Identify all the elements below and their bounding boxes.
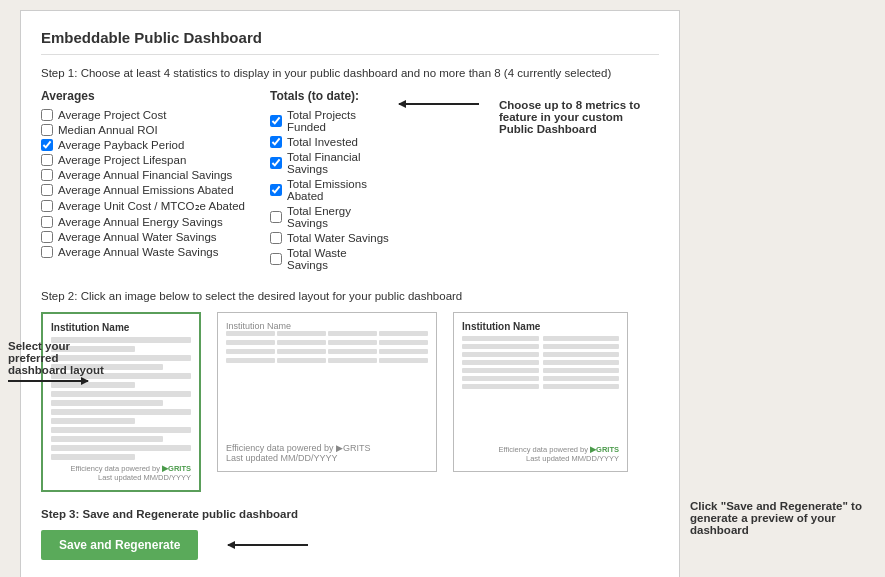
average-checkbox-7[interactable] [41,216,53,228]
step2-left-note: Select your preferred dashboard layout [8,340,108,382]
totals-arrow-icon [399,103,479,105]
total-checkbox-2[interactable] [270,157,282,169]
total-item: Total Emissions Abated [270,178,389,202]
layout3-grid-row6 [462,376,619,381]
layout-options-row: Institution Name [41,312,659,492]
total-label-1: Total Invested [287,136,358,148]
total-item: Total Projects Funded [270,109,389,133]
total-item: Total Energy Savings [270,205,389,229]
totals-arrow-group [399,103,479,105]
step3-section: Step 3: Save and Regenerate public dashb… [41,508,659,560]
step3-row: Save and Regenerate [41,530,659,560]
average-checkbox-9[interactable] [41,246,53,258]
total-label-2: Total Financial Savings [287,151,389,175]
step2-label: Step 2: Click an image below to select t… [41,290,659,302]
average-label-6: Average Unit Cost / MTCO₂e Abated [58,199,245,213]
layout-option-2[interactable]: Institution Name [217,312,437,472]
total-label-3: Total Emissions Abated [287,178,389,202]
total-item: Total Waste Savings [270,247,389,271]
total-checkbox-3[interactable] [270,184,282,196]
layout3-inst-name: Institution Name [462,321,619,332]
totals-list: Total Projects FundedTotal InvestedTotal… [270,109,389,271]
line [51,409,191,415]
total-item: Total Invested [270,136,389,148]
totals-heading: Totals (to date): [270,89,389,103]
layout-option-3[interactable]: Institution Name [453,312,628,472]
grits-brand2: ▶GRITS [336,443,371,453]
step3-right-note: Click "Save and Regenerate" to generate … [690,10,865,530]
total-item: Total Water Savings [270,232,389,244]
total-checkbox-0[interactable] [270,115,282,127]
line [51,391,191,397]
total-label-0: Total Projects Funded [287,109,389,133]
average-item: Average Annual Emissions Abated [41,184,250,196]
average-label-0: Average Project Cost [58,109,166,121]
right-notes-panel: Click "Save and Regenerate" to generate … [680,10,865,530]
total-checkbox-4[interactable] [270,211,282,223]
average-label-7: Average Annual Energy Savings [58,216,223,228]
average-item: Average Annual Waste Savings [41,246,250,258]
grits-brand: ▶GRITS [162,464,191,473]
average-checkbox-1[interactable] [41,124,53,136]
line [51,445,191,451]
layout3-grid-row1 [462,336,619,341]
averages-list: Average Project CostMedian Annual ROIAve… [41,109,250,258]
average-item: Average Payback Period [41,139,250,151]
grits-brand3: ▶GRITS [590,445,619,454]
save-regenerate-button[interactable]: Save and Regenerate [41,530,198,560]
layout3-grid-row2 [462,344,619,349]
average-label-4: Average Annual Financial Savings [58,169,232,181]
total-label-5: Total Water Savings [287,232,389,244]
layout-option-1[interactable]: Institution Name [41,312,201,492]
layout2-grid-row1 [226,331,428,336]
layout3-grid-row5 [462,368,619,373]
line [51,454,135,460]
layout1-footer: Efficiency data powered by ▶GRITSLast up… [51,464,191,482]
totals-column: Totals (to date): Total Projects FundedT… [270,89,479,274]
line [51,382,135,388]
line [51,418,135,424]
layout2-grid-row4 [226,358,428,363]
average-checkbox-5[interactable] [41,184,53,196]
line [51,436,163,442]
layout2-footer: Efficiency data powered by ▶GRITSLast up… [226,443,428,463]
averages-column: Averages Average Project CostMedian Annu… [41,89,250,274]
total-item: Total Financial Savings [270,151,389,175]
total-label-4: Total Energy Savings [287,205,389,229]
total-checkbox-5[interactable] [270,232,282,244]
average-item: Average Annual Energy Savings [41,216,250,228]
line [51,427,191,433]
layout3-grid-row3 [462,352,619,357]
layout3-grid-row7 [462,384,619,389]
layout3-footer: Efficiency data powered by ▶GRITSLast up… [462,445,619,463]
average-label-2: Average Payback Period [58,139,184,151]
average-label-1: Median Annual ROI [58,124,158,136]
embeddable-dashboard-card: Embeddable Public Dashboard Step 1: Choo… [20,10,680,577]
step2-arrow-icon [8,380,88,382]
average-label-9: Average Annual Waste Savings [58,246,218,258]
total-checkbox-6[interactable] [270,253,282,265]
average-item: Average Unit Cost / MTCO₂e Abated [41,199,250,213]
average-checkbox-6[interactable] [41,200,53,212]
total-checkbox-1[interactable] [270,136,282,148]
average-checkbox-2[interactable] [41,139,53,151]
step1-right-note: Choose up to 8 metrics to feature in you… [499,89,659,274]
step3-label: Step 3: Save and Regenerate public dashb… [41,508,659,520]
average-checkbox-4[interactable] [41,169,53,181]
average-checkbox-3[interactable] [41,154,53,166]
card-title: Embeddable Public Dashboard [41,29,659,55]
step1-label: Step 1: Choose at least 4 statistics to … [41,67,659,79]
step2-section: Step 2: Click an image below to select t… [41,290,659,492]
average-checkbox-8[interactable] [41,231,53,243]
averages-heading: Averages [41,89,250,103]
average-item: Average Annual Financial Savings [41,169,250,181]
line [51,400,163,406]
average-label-3: Average Project Lifespan [58,154,186,166]
average-checkbox-0[interactable] [41,109,53,121]
layout1-inst-name: Institution Name [51,322,191,333]
layout2-grid-row3 [226,349,428,354]
average-item: Average Project Cost [41,109,250,121]
step3-arrow-icon [228,544,308,546]
average-label-8: Average Annual Water Savings [58,231,217,243]
layout2-inst-name: Institution Name [226,321,428,331]
